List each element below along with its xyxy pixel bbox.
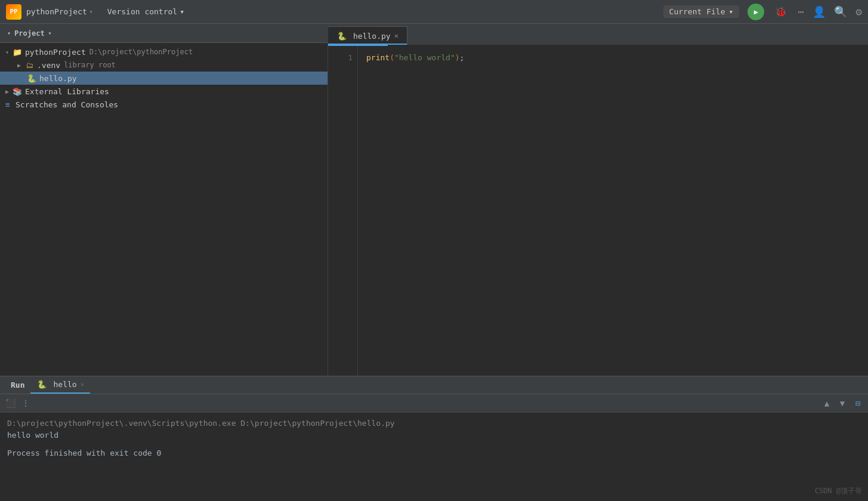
editor-area: 🐍 hello.py ✕ 1 print("hello world"); xyxy=(328,24,868,376)
code-paren-close: ) xyxy=(455,53,460,62)
venv-folder-icon: 🗂 xyxy=(24,60,35,70)
run-config-selector[interactable]: Current File ▾ xyxy=(663,5,740,18)
code-semicolon: ; xyxy=(460,53,465,62)
project-chevron-icon: ▾ xyxy=(89,8,93,15)
tree-item-hello-py[interactable]: 🐍 hello.py xyxy=(0,72,328,85)
tree-item-root[interactable]: ▾ 📁 pythonProject D:\project\pythonProje… xyxy=(0,45,328,58)
run-config-label: Current File xyxy=(669,7,725,16)
bottom-run-label: Run xyxy=(5,378,30,392)
code-paren-open: ( xyxy=(390,53,394,62)
code-print-fn: print xyxy=(366,53,390,62)
project-name: pythonProject xyxy=(26,7,87,16)
tab-python-icon: 🐍 xyxy=(336,30,347,41)
stop-button[interactable]: ⬛ xyxy=(4,397,17,410)
scroll-down-icon[interactable]: ▼ xyxy=(836,397,849,410)
terminal-icon[interactable]: ⊟ xyxy=(851,397,864,410)
toolbar-more-icon[interactable]: ⋮ xyxy=(19,397,32,410)
sidebar-header-chevron-icon: ▾ xyxy=(48,30,52,36)
titlebar: PP pythonProject ▾ Version control ▾ Cur… xyxy=(0,0,868,24)
profile-icon[interactable]: 👤 xyxy=(813,5,826,18)
bottom-tab-hello-label: hello xyxy=(53,380,76,389)
folder-icon: 📁 xyxy=(12,47,23,57)
editor-tab-hello-py[interactable]: 🐍 hello.py ✕ xyxy=(328,26,407,45)
hello-py-label: hello.py xyxy=(39,74,77,83)
root-project-path: D:\project\pythonProject xyxy=(89,48,193,56)
vcs-menu[interactable]: Version control ▾ xyxy=(107,7,184,16)
bottom-tab-close-icon[interactable]: ✕ xyxy=(81,381,85,388)
bottom-tab-hello[interactable]: 🐍 hello ✕ xyxy=(30,377,90,394)
code-editor[interactable]: print("hello world"); xyxy=(358,46,868,376)
external-lib-icon: 📚 xyxy=(12,86,23,97)
project-tree: ▾ 📁 pythonProject D:\project\pythonProje… xyxy=(0,43,328,376)
code-line-1: print("hello world"); xyxy=(366,52,868,64)
project-sidebar: ▾ Project ▾ ▾ 📁 pythonProject D:\project… xyxy=(0,24,328,376)
more-options-icon[interactable]: ⋯ xyxy=(798,5,804,18)
debug-button[interactable]: 🐞 xyxy=(773,4,789,20)
tree-item-scratches[interactable]: ≡ Scratches and Consoles xyxy=(0,98,328,111)
settings-icon[interactable]: ⚙ xyxy=(855,5,862,18)
tree-item-external-libraries[interactable]: ▶ 📚 External Libraries xyxy=(0,85,328,98)
sidebar-header[interactable]: ▾ Project ▾ xyxy=(0,24,328,43)
watermark: CSDN @顶子哥 xyxy=(815,486,862,496)
console-output: D:\project\pythonProject\.venv\Scripts\p… xyxy=(0,413,868,501)
bottom-panel: Run 🐍 hello ✕ ⬛ ⋮ ▲ ▼ ⊟ D:\project\pytho… xyxy=(0,376,868,501)
vcs-chevron-icon: ▾ xyxy=(180,7,184,16)
scratches-label: Scratches and Consoles xyxy=(16,100,118,109)
vcs-label: Version control xyxy=(107,7,177,16)
sidebar-title: Project xyxy=(14,29,45,38)
external-libraries-label: External Libraries xyxy=(25,87,109,96)
bottom-toolbar: ⬛ ⋮ ▲ ▼ ⊟ xyxy=(0,394,868,413)
console-exit-line: Process finished with exit code 0 xyxy=(7,447,861,459)
venv-name: .venv xyxy=(37,61,60,70)
python-file-icon: 🐍 xyxy=(26,73,37,84)
scratches-icon: ≡ xyxy=(2,99,13,110)
ext-lib-arrow-icon: ▶ xyxy=(2,86,12,96)
tree-root-arrow-icon: ▾ xyxy=(2,47,12,57)
editor-tabs: 🐍 hello.py ✕ xyxy=(328,24,868,45)
tab-hello-py-label: hello.py xyxy=(353,32,391,41)
console-cmd-line: D:\project\pythonProject\.venv\Scripts\p… xyxy=(7,418,861,429)
bottom-tabs: Run 🐍 hello ✕ xyxy=(0,376,868,394)
console-hello-world: hello world xyxy=(7,429,861,441)
venv-label: library root xyxy=(64,61,116,69)
line-numbers: 1 xyxy=(328,46,358,376)
code-string: "hello world" xyxy=(394,53,455,62)
project-menu[interactable]: pythonProject ▾ xyxy=(26,7,93,16)
tab-close-icon[interactable]: ✕ xyxy=(394,32,399,40)
scroll-up-icon[interactable]: ▲ xyxy=(820,397,833,410)
sidebar-collapse-icon: ▾ xyxy=(7,30,11,36)
root-project-name: pythonProject xyxy=(25,48,86,57)
run-button[interactable]: ▶ xyxy=(747,4,764,20)
app-logo: PP xyxy=(6,4,21,20)
search-icon[interactable]: 🔍 xyxy=(834,5,847,18)
run-config-chevron-icon: ▾ xyxy=(728,7,733,16)
line-number-1: 1 xyxy=(328,52,353,64)
main-area: ▾ Project ▾ ▾ 📁 pythonProject D:\project… xyxy=(0,24,868,376)
tree-item-venv[interactable]: ▶ 🗂 .venv library root xyxy=(0,58,328,72)
editor-content[interactable]: 1 print("hello world"); xyxy=(328,46,868,376)
tree-venv-arrow-icon: ▶ xyxy=(14,60,24,70)
bottom-tab-python-icon: 🐍 xyxy=(36,379,47,390)
titlebar-right: Current File ▾ ▶ 🐞 ⋯ 👤 🔍 ⚙ xyxy=(663,4,862,20)
